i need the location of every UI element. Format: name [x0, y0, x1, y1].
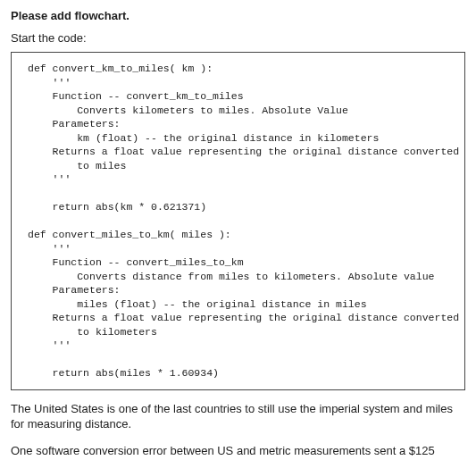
intro-text: Start the code:: [11, 31, 465, 45]
para2-text-a: One software conversion error between US…: [11, 444, 435, 460]
paragraph-2: One software conversion error between US…: [11, 443, 465, 460]
paragraph-1: The United States is one of the last cou…: [11, 401, 465, 432]
code-block: def convert_km_to_miles( km ): ''' Funct…: [11, 52, 465, 390]
page-heading: Please add flowchart.: [11, 9, 465, 22]
